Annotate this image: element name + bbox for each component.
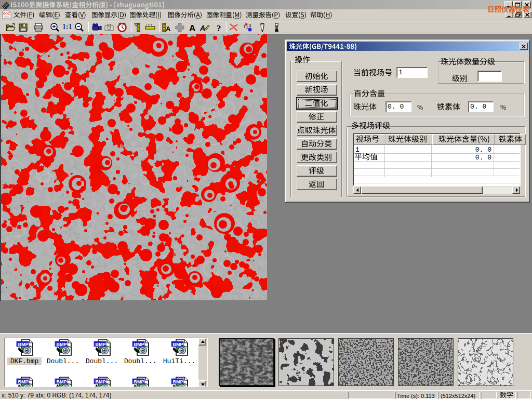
svg-text:BMP: BMP — [134, 342, 144, 347]
svg-text:BMP: BMP — [173, 379, 183, 384]
svg-text:DOC: DOC — [3, 12, 10, 15]
svg-text:BMP: BMP — [96, 342, 106, 347]
svg-text:A: A — [166, 25, 171, 33]
svg-text:BMP: BMP — [134, 379, 144, 384]
svg-text:3: 3 — [249, 23, 251, 28]
svg-text:A: A — [200, 24, 205, 32]
svg-text:BMP: BMP — [173, 342, 183, 347]
svg-text:BMP: BMP — [57, 379, 67, 384]
svg-text:?: ? — [217, 23, 221, 33]
svg-text:BMP: BMP — [96, 379, 106, 384]
svg-text:BMP: BMP — [57, 342, 67, 347]
svg-text:BMP: BMP — [18, 342, 29, 347]
svg-text:BMP: BMP — [18, 379, 29, 384]
svg-text:A: A — [189, 23, 195, 33]
